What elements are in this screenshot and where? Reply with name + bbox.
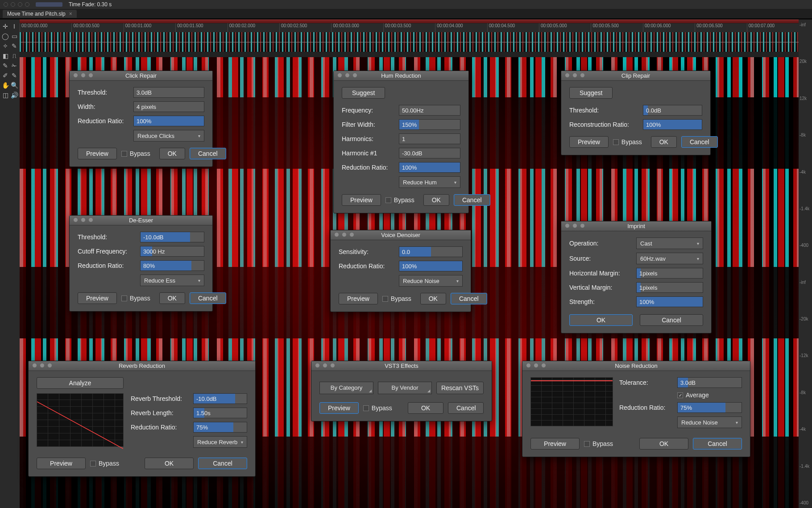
close-icon[interactable]	[32, 363, 37, 368]
close-icon[interactable]	[315, 363, 320, 368]
reverb-length-input[interactable]: 1.50s	[193, 408, 247, 418]
ratio-input[interactable]: 100%	[643, 119, 702, 130]
mode-select[interactable]: Reduce Reverb▾	[193, 436, 247, 448]
ratio-input[interactable]: 100%	[399, 261, 463, 271]
ratio-input[interactable]: 100%	[133, 116, 204, 126]
close-icon[interactable]	[73, 217, 78, 222]
ibeam-tool-icon[interactable]: I	[10, 22, 18, 30]
minimize-icon[interactable]	[81, 217, 86, 222]
strength-input[interactable]: 100%	[636, 296, 703, 307]
zoom-icon[interactable]	[580, 223, 585, 228]
dialog-titlebar[interactable]: Imprint	[561, 221, 711, 231]
zoom-icon[interactable]	[88, 73, 93, 78]
average-checkbox[interactable]: ✓Average	[677, 391, 709, 399]
threshold-input[interactable]: -10.0dB	[140, 232, 204, 242]
minimize-icon[interactable]	[572, 223, 577, 228]
mode-select[interactable]: Reduce Clicks▾	[133, 130, 204, 142]
mode-select[interactable]: Reduce Noise▾	[399, 275, 463, 287]
bypass-checkbox[interactable]: Bypass	[385, 196, 414, 204]
close-icon[interactable]	[565, 73, 570, 78]
cutoff-input[interactable]: 3000 Hz	[140, 246, 204, 257]
zoom-icon[interactable]	[349, 232, 354, 237]
vmargin-input[interactable]: 1pixels	[636, 282, 703, 293]
cube-tool-icon[interactable]: ◫	[1, 91, 9, 99]
dialog-titlebar[interactable]: Clip Repair	[561, 71, 710, 81]
cancel-button[interactable]: Cancel	[693, 438, 742, 450]
time-fade-slider[interactable]	[36, 2, 62, 7]
stamp-tool-icon[interactable]: ⎍	[10, 52, 18, 60]
mode-select[interactable]: Reduce Ess▾	[140, 275, 204, 286]
move-tool-icon[interactable]: ✛	[1, 22, 9, 30]
ok-button[interactable]: OK	[408, 402, 443, 414]
knife-tool-icon[interactable]: ✁	[10, 62, 18, 70]
preview-button[interactable]: Preview	[342, 194, 381, 206]
harmonics-input[interactable]: 1	[399, 133, 460, 144]
minimize-icon[interactable]	[40, 363, 45, 368]
preview-button[interactable]: Preview	[530, 438, 580, 450]
speaker-tool-icon[interactable]: 🔊	[10, 91, 18, 99]
cancel-button[interactable]: Cancel	[681, 136, 718, 148]
lasso-tool-icon[interactable]: ◯	[1, 32, 9, 40]
marker-bar[interactable]	[20, 52, 799, 57]
ok-button[interactable]: OK	[651, 136, 677, 148]
close-icon[interactable]: ×	[69, 11, 72, 17]
zoom-icon[interactable]	[47, 363, 52, 368]
zoom-icon[interactable]	[580, 73, 585, 78]
eraser-tool-icon[interactable]: ◧	[1, 52, 9, 60]
minimize-icon[interactable]	[345, 73, 350, 78]
preview-button[interactable]: Preview	[78, 292, 117, 304]
paint-tool-icon[interactable]: ✎	[10, 71, 18, 79]
bypass-checkbox[interactable]: Bypass	[584, 440, 613, 447]
ok-button[interactable]: OK	[420, 293, 446, 304]
operation-select[interactable]: Cast▾	[636, 237, 703, 249]
suggest-button[interactable]: Suggest	[342, 87, 385, 99]
ok-button[interactable]: OK	[569, 314, 633, 326]
bypass-checkbox[interactable]: Bypass	[613, 138, 642, 146]
cancel-button[interactable]: Cancel	[454, 194, 490, 206]
ok-button[interactable]: OK	[639, 438, 688, 450]
bypass-checkbox[interactable]: Bypass	[121, 150, 150, 157]
source-select[interactable]: 60Hz.wav▾	[636, 253, 703, 264]
zoom-icon[interactable]	[541, 363, 546, 368]
close-icon[interactable]	[334, 232, 339, 237]
dialog-titlebar[interactable]: Click Repair	[70, 71, 212, 81]
preview-button[interactable]: Preview	[37, 458, 86, 469]
zoom-tool-icon[interactable]: 🔍	[10, 81, 18, 89]
minimize-icon[interactable]	[81, 73, 86, 78]
zoom-icon[interactable]	[88, 217, 93, 222]
mode-select[interactable]: Reduce Noise▾	[677, 416, 742, 428]
document-tab[interactable]: Move Time and Pitch.slp ×	[3, 10, 77, 18]
threshold-input[interactable]: 0.0dB	[643, 105, 702, 116]
waveform-overview[interactable]	[20, 32, 799, 52]
by-vendor-button[interactable]: By Vendor◢	[378, 382, 432, 394]
dropper-tool-icon[interactable]: ✐	[1, 71, 9, 79]
bypass-checkbox[interactable]: Bypass	[90, 460, 119, 467]
timeline-scrub[interactable]	[20, 20, 799, 23]
cancel-button[interactable]: Cancel	[190, 148, 226, 159]
harmonic1-input[interactable]: -30.0dB	[399, 148, 460, 158]
ratio-input[interactable]: 75%	[677, 402, 742, 413]
cancel-button[interactable]: Cancel	[190, 292, 226, 304]
rescan-button[interactable]: Rescan VSTs	[436, 382, 484, 394]
threshold-input[interactable]: 3.0dB	[133, 87, 204, 98]
preview-button[interactable]: Preview	[78, 148, 117, 159]
mode-select[interactable]: Reduce Hum▾	[399, 176, 460, 188]
hmargin-input[interactable]: 1pixels	[636, 268, 703, 279]
time-ruler[interactable]: 00:00:00.00000:00:00.50000:00:01.00000:0…	[20, 23, 799, 32]
bypass-checkbox[interactable]: Bypass	[382, 295, 411, 302]
minimize-icon[interactable]	[342, 232, 347, 237]
preview-button[interactable]: Preview	[339, 293, 378, 304]
dialog-titlebar[interactable]: Hum Reduction	[334, 71, 468, 81]
dialog-titlebar[interactable]: Voice Denoiser	[331, 230, 471, 240]
ok-button[interactable]: OK	[423, 194, 449, 206]
sensitivity-input[interactable]: 0.0	[399, 246, 463, 257]
pen-tool-icon[interactable]: ✎	[1, 62, 9, 70]
cancel-button[interactable]: Cancel	[448, 402, 484, 414]
hand-tool-icon[interactable]: ✋	[1, 81, 9, 89]
dialog-titlebar[interactable]: De-Esser	[70, 216, 212, 225]
close-icon[interactable]	[565, 223, 570, 228]
tolerance-input[interactable]: 3.0dB	[677, 377, 742, 388]
marquee-tool-icon[interactable]: ▭	[10, 32, 18, 40]
dialog-titlebar[interactable]: Noise Reduction	[522, 361, 750, 371]
bypass-checkbox[interactable]: Bypass	[121, 295, 150, 302]
